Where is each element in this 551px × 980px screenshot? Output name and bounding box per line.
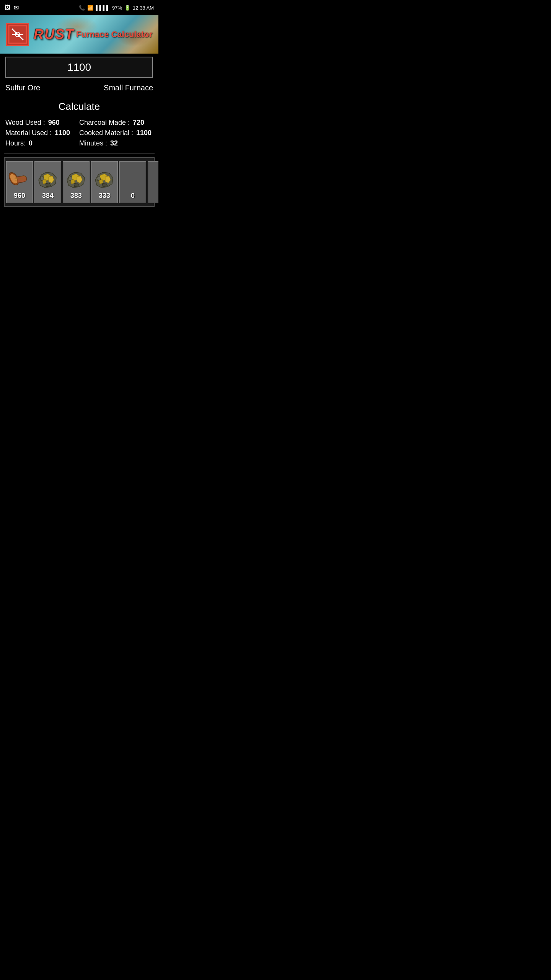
item-slot-empty1: 0 <box>119 161 146 203</box>
calculate-button[interactable]: Calculate <box>4 95 155 119</box>
ore-furnace-row: Sulfur Ore Small Furnace <box>4 81 155 95</box>
item-count-ore3: 333 <box>99 192 110 200</box>
material-used-value: 1100 <box>55 129 70 137</box>
item-icon-empty2 <box>150 167 158 190</box>
wood-used-col: Wood Used : 960 <box>5 119 79 127</box>
charcoal-made-label: Charcoal Made : <box>79 119 130 127</box>
wood-used-label: Wood Used : <box>5 119 45 127</box>
call-icon: 📞 <box>79 5 85 11</box>
amount-input-row: 1100 <box>4 57 155 78</box>
status-right: 📞 📶 ▌▌▌▌ 97% 🔋 12:38 AM <box>79 5 154 11</box>
charcoal-made-value: 720 <box>133 119 144 127</box>
wood-used-value: 960 <box>48 119 60 127</box>
header-banner: RUST Furnace Calculator <box>0 15 158 54</box>
rust-logo <box>6 23 29 46</box>
signal-bars: ▌▌▌▌ <box>96 5 110 11</box>
material-used-label: Material Used : <box>5 129 52 137</box>
stats-row-2: Material Used : 1100 Cooked Material : 1… <box>5 129 153 137</box>
stats-row-1: Wood Used : 960 Charcoal Made : 720 <box>5 119 153 127</box>
item-icon-empty1 <box>121 167 144 190</box>
item-count-empty1: 0 <box>131 192 135 200</box>
item-count-wood: 960 <box>14 192 25 200</box>
minutes-value: 32 <box>110 139 118 147</box>
mail-icon: ✉ <box>14 4 19 11</box>
item-count-ore1: 384 <box>42 192 54 200</box>
charcoal-made-col: Charcoal Made : 720 <box>79 119 153 127</box>
divider <box>4 154 155 154</box>
minutes-label: Minutes : <box>79 139 107 147</box>
clock: 12:38 AM <box>133 5 154 11</box>
main-content: 1100 Sulfur Ore Small Furnace Calculate … <box>0 57 158 215</box>
item-icon-ore3 <box>93 167 116 190</box>
items-grid: 960 384 383 <box>4 157 155 207</box>
stats-table: Wood Used : 960 Charcoal Made : 720 Mate… <box>4 119 155 147</box>
minutes-col: Minutes : 32 <box>79 139 153 147</box>
amount-input[interactable]: 1100 <box>5 57 153 78</box>
app-title: RUST <box>34 26 74 42</box>
ore-selector[interactable]: Sulfur Ore <box>5 83 40 92</box>
item-slot-ore1: 384 <box>34 161 61 203</box>
item-slot-ore2: 383 <box>63 161 90 203</box>
item-icon-ore1 <box>36 167 59 190</box>
battery-icon: 🔋 <box>124 5 130 11</box>
wifi-icon: 📶 <box>87 5 93 11</box>
hours-col: Hours: 0 <box>5 139 79 147</box>
item-count-ore2: 383 <box>70 192 82 200</box>
item-icon-ore2 <box>65 167 88 190</box>
cooked-material-col: Cooked Material : 1100 <box>79 129 153 137</box>
battery-percent: 97% <box>112 5 122 11</box>
hours-value: 0 <box>29 139 33 147</box>
gallery-icon: 🖼 <box>5 4 11 11</box>
stats-row-3: Hours: 0 Minutes : 32 <box>5 139 153 147</box>
cooked-material-label: Cooked Material : <box>79 129 133 137</box>
item-slot-ore3: 333 <box>91 161 118 203</box>
cooked-material-value: 1100 <box>136 129 152 137</box>
status-icons: 🖼 ✉ <box>5 4 19 11</box>
item-slot-empty2: 0 <box>148 161 158 203</box>
app-subtitle: Furnace Calculator <box>76 29 152 39</box>
material-used-col: Material Used : 1100 <box>5 129 79 137</box>
item-slot-wood: 960 <box>6 161 33 203</box>
hours-label: Hours: <box>5 139 26 147</box>
furnace-selector[interactable]: Small Furnace <box>104 83 153 92</box>
status-bar: 🖼 ✉ 📞 📶 ▌▌▌▌ 97% 🔋 12:38 AM <box>0 0 158 15</box>
item-icon-wood <box>8 167 31 190</box>
